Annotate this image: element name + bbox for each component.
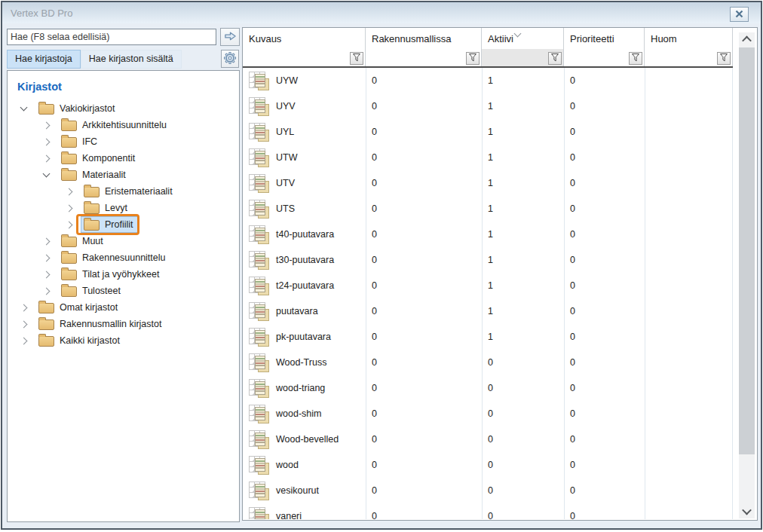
filter-button-rakennusmallissa[interactable] bbox=[466, 52, 480, 65]
tree-item-kaikki-kirjastot[interactable]: Kaikki kirjastot bbox=[8, 332, 239, 349]
chevron-right-icon[interactable] bbox=[43, 271, 51, 278]
tree-item-box[interactable]: Arkkitehtisuunnittelu bbox=[58, 117, 171, 133]
column-header-rakennusmallissa[interactable]: Rakennusmallissa bbox=[366, 28, 482, 49]
chevron-right-icon[interactable] bbox=[66, 188, 73, 195]
tree-item-profiilit[interactable]: Profiilit bbox=[8, 216, 239, 233]
row-label: pk-puutavara bbox=[276, 324, 331, 350]
row-name-cell: Wood-Truss bbox=[243, 350, 366, 375]
table-row-t30-puutavara[interactable]: t30-puutavara010 bbox=[243, 247, 733, 273]
chevron-right-icon[interactable] bbox=[43, 154, 51, 162]
table-row-vesikourut[interactable]: vesikourut000 bbox=[243, 478, 733, 503]
tree-item-tilat-ja-vy-hykkeet[interactable]: Tilat ja vyöhykkeet bbox=[8, 266, 239, 283]
application-window: Vertex BD Pro Hae kirjastoja Hae kirjast… bbox=[1, 1, 762, 530]
tree-item-box[interactable]: Muut bbox=[58, 233, 108, 249]
row-cell-huom bbox=[645, 93, 733, 119]
row-cell-prioriteetti: 0 bbox=[564, 401, 645, 427]
filter-cell-aktiivi bbox=[482, 49, 564, 66]
table-row-t40-puutavara[interactable]: t40-puutavara010 bbox=[243, 222, 733, 247]
table-row-wood-shim[interactable]: wood-shim000 bbox=[243, 401, 733, 427]
tree-item-box[interactable]: Profiilit bbox=[81, 216, 138, 233]
tree-item-rakennesuunnittelu[interactable]: Rakennesuunnittelu bbox=[8, 249, 239, 266]
vertical-scrollbar[interactable] bbox=[739, 32, 755, 518]
tab-hae-kirjastoja[interactable]: Hae kirjastoja bbox=[7, 50, 81, 69]
table-row-uts[interactable]: UTS010 bbox=[243, 196, 733, 222]
tree-item-box[interactable]: Tilat ja vyöhykkeet bbox=[58, 266, 164, 283]
table-row-wood-truss[interactable]: Wood-Truss000 bbox=[243, 350, 733, 375]
tree-item-box[interactable]: Levyt bbox=[81, 200, 132, 216]
tree-item-komponentit[interactable]: Komponentit bbox=[8, 150, 239, 167]
chevron-right-icon[interactable] bbox=[20, 304, 28, 311]
filter-button-aktiivi[interactable] bbox=[548, 52, 562, 65]
search-settings-button[interactable] bbox=[221, 50, 239, 68]
table-row-uyw[interactable]: UYW010 bbox=[243, 68, 733, 93]
chevron-right-icon[interactable] bbox=[43, 237, 51, 245]
column-header-huom[interactable]: Huom bbox=[645, 28, 733, 49]
table-row-uyl[interactable]: UYL010 bbox=[243, 119, 733, 145]
tree-item-box[interactable]: Omat kirjastot bbox=[35, 299, 122, 316]
chevron-right-icon[interactable] bbox=[66, 221, 73, 228]
filter-button-prioriteetti[interactable] bbox=[629, 52, 642, 65]
column-divider bbox=[732, 68, 733, 519]
table-row-puutavara[interactable]: puutavara010 bbox=[243, 298, 733, 324]
tab-hae-kirjaston-sisalta[interactable]: Hae kirjaston sisältä bbox=[81, 50, 182, 69]
tree-item-box[interactable]: Vakiokirjastot bbox=[35, 100, 119, 117]
tree-item-box[interactable]: IFC bbox=[58, 133, 102, 150]
chevron-right-icon[interactable] bbox=[43, 138, 51, 145]
table-row-vaneri[interactable]: vaneri000 bbox=[243, 503, 733, 519]
cell-value: 0 bbox=[570, 357, 575, 368]
scrollbar-up-button[interactable] bbox=[739, 32, 755, 47]
chevron-right-icon[interactable] bbox=[43, 254, 51, 261]
profile-item-icon bbox=[249, 429, 274, 450]
column-header-prioriteetti[interactable]: Prioriteetti bbox=[564, 28, 645, 49]
document-front-icon bbox=[255, 74, 265, 87]
tree-item-vakiokirjastot[interactable]: Vakiokirjastot bbox=[8, 100, 239, 117]
tree-item-box[interactable]: Materiaalit bbox=[58, 167, 130, 183]
chevron-right-icon[interactable] bbox=[43, 121, 51, 129]
search-go-button[interactable] bbox=[220, 28, 240, 46]
chevron-down-icon[interactable] bbox=[20, 104, 28, 112]
tree-item-muut[interactable]: Muut bbox=[8, 233, 239, 249]
tree-item-arkkitehtisuunnittelu[interactable]: Arkkitehtisuunnittelu bbox=[8, 117, 239, 133]
chevron-right-icon[interactable] bbox=[20, 320, 28, 328]
window-close-button[interactable] bbox=[730, 7, 749, 22]
cell-value: 0 bbox=[488, 408, 493, 419]
search-input[interactable] bbox=[7, 29, 216, 45]
table-row-wood-bevelled[interactable]: Wood-bevelled000 bbox=[243, 427, 733, 452]
sort-indicator-icon bbox=[514, 30, 522, 38]
chevron-down-icon[interactable] bbox=[43, 170, 51, 178]
table-row-uyv[interactable]: UYV010 bbox=[243, 93, 733, 119]
tree-item-materiaalit[interactable]: Materiaalit bbox=[8, 167, 239, 183]
scrollbar-thumb[interactable] bbox=[739, 47, 755, 454]
tree-item-box[interactable]: Tulosteet bbox=[58, 283, 125, 299]
table-row-utw[interactable]: UTW010 bbox=[243, 145, 733, 170]
chevron-right-icon[interactable] bbox=[43, 287, 51, 295]
tree-item-levyt[interactable]: Levyt bbox=[8, 200, 239, 216]
tree-item-tulosteet[interactable]: Tulosteet bbox=[8, 283, 239, 299]
row-cell-rakennusmallissa: 0 bbox=[366, 222, 482, 247]
title-bar[interactable]: Vertex BD Pro bbox=[2, 2, 761, 23]
tree-item-ifc[interactable]: IFC bbox=[8, 133, 239, 150]
chevron-right-icon[interactable] bbox=[20, 337, 28, 344]
column-header-aktiivi[interactable]: Aktiivi bbox=[482, 28, 564, 49]
tree-item-box[interactable]: Komponentit bbox=[58, 150, 139, 167]
tree-item-box[interactable]: Rakennusmallin kirjastot bbox=[35, 316, 166, 332]
scrollbar-down-button[interactable] bbox=[739, 504, 755, 518]
table-row-t24-puutavara[interactable]: t24-puutavara010 bbox=[243, 273, 733, 298]
table-row-pk-puutavara[interactable]: pk-puutavara010 bbox=[243, 324, 733, 350]
table-row-wood-triang[interactable]: wood-triang000 bbox=[243, 375, 733, 401]
tree-item-rakennusmallin-kirjastot[interactable]: Rakennusmallin kirjastot bbox=[8, 316, 239, 332]
table-row-utv[interactable]: UTV010 bbox=[243, 170, 733, 196]
tree-item-eristemateriaalit[interactable]: Eristemateriaalit bbox=[8, 183, 239, 200]
tree-item-omat-kirjastot[interactable]: Omat kirjastot bbox=[8, 299, 239, 316]
filter-button-huom[interactable] bbox=[717, 52, 731, 65]
chevron-right-icon[interactable] bbox=[66, 204, 73, 212]
cell-value: 0 bbox=[488, 485, 493, 496]
filter-button-kuvaus[interactable] bbox=[350, 52, 363, 65]
column-header-label: Aktiivi bbox=[488, 33, 513, 44]
column-header-kuvaus[interactable]: Kuvaus bbox=[243, 28, 366, 49]
tree-item-box[interactable]: Rakennesuunnittelu bbox=[58, 249, 170, 266]
table-row-wood[interactable]: wood000 bbox=[243, 452, 733, 478]
cell-value: 0 bbox=[488, 434, 493, 445]
tree-item-box[interactable]: Eristemateriaalit bbox=[81, 183, 177, 200]
tree-item-box[interactable]: Kaikki kirjastot bbox=[35, 332, 124, 349]
